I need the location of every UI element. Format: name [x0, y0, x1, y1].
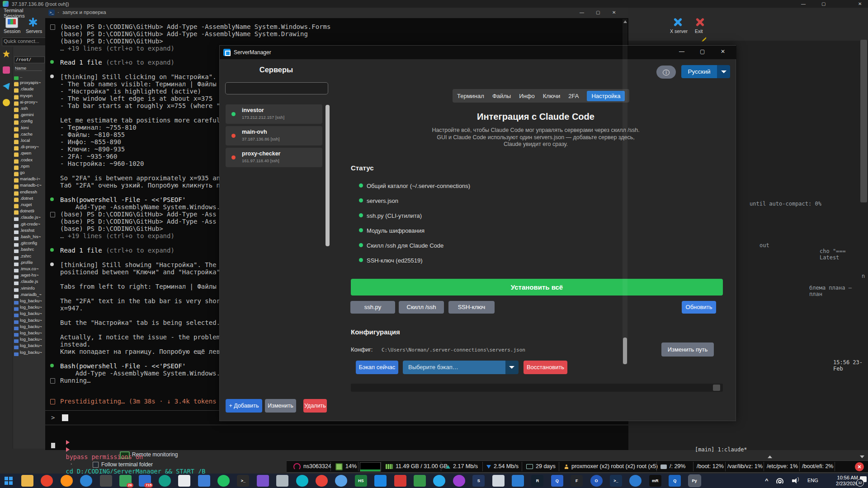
refresh-button[interactable]: Обновить	[682, 301, 716, 314]
taskbar-app-icon[interactable]	[316, 475, 328, 487]
taskbar-app-icon[interactable]: Q	[551, 475, 563, 487]
tree-path-input[interactable]: /root/	[14, 56, 45, 63]
moba-close-button[interactable]: ✕	[858, 1, 862, 6]
tree-item[interactable]: myvpn	[14, 93, 46, 99]
background-scrollbar[interactable]	[860, 40, 867, 202]
taskbar-app-icon[interactable]	[492, 475, 505, 487]
taskbar-app-icon[interactable]: HS	[355, 475, 367, 487]
tab-файлы[interactable]: Файлы	[492, 93, 511, 99]
terminal-close-button[interactable]: ✕	[612, 10, 616, 15]
tool-button-3[interactable]: SSH-ключ	[448, 301, 495, 314]
tree-item[interactable]: log_backu~	[14, 298, 46, 305]
tree-item[interactable]: .claude.js	[14, 279, 46, 285]
telegram-icon[interactable]	[3, 83, 10, 90]
moba-maximize-button[interactable]: ▢	[821, 1, 826, 6]
tree-item[interactable]: .mariadb_~	[14, 292, 46, 298]
taskbar-app-icon[interactable]	[80, 475, 92, 487]
tree-item[interactable]: .nuget	[14, 202, 46, 208]
terminal-maximize-button[interactable]: ▢	[596, 10, 600, 15]
taskbar-app-icon[interactable]: 26	[119, 475, 132, 487]
sm-minimize-button[interactable]: —	[679, 48, 684, 55]
info-button[interactable]: i	[656, 66, 676, 79]
taskbar-app-icon[interactable]	[276, 475, 288, 487]
tree-item[interactable]: .kimi	[14, 125, 46, 131]
change-path-button[interactable]: Изменить путь	[661, 343, 714, 357]
server-card[interactable]: investor173.212.212.157 [ssh]	[226, 104, 322, 124]
prompt-cursor[interactable]	[62, 414, 68, 421]
taskbar-app-icon[interactable]: Py	[689, 475, 701, 487]
x-server-icon[interactable]	[672, 17, 683, 27]
menu-terminal[interactable]: Terminal	[4, 8, 23, 13]
language-select-chevron[interactable]	[717, 65, 730, 78]
sm-close-button[interactable]: ✕	[721, 48, 725, 55]
tree-item[interactable]: log_backu~	[14, 337, 46, 343]
tree-item[interactable]: .viminfo	[14, 286, 46, 292]
terminal-scrollbar[interactable]	[623, 19, 627, 364]
x-server-label[interactable]: X server	[670, 28, 688, 34]
tree-item[interactable]: .tmux.co~	[14, 266, 46, 272]
server-list-scrollbar[interactable]	[326, 105, 330, 246]
taskbar-app-icon[interactable]: F	[571, 475, 583, 487]
backup-select-chevron[interactable]	[505, 361, 519, 374]
taskbar-app-icon[interactable]	[61, 475, 73, 487]
taskbar-app-icon[interactable]	[453, 475, 465, 487]
start-button[interactable]	[5, 477, 13, 485]
tree-name-header[interactable]: Name	[15, 66, 42, 71]
taskbar-app-icon[interactable]	[374, 475, 387, 487]
tree-item[interactable]: ..	[14, 74, 46, 80]
tree-item[interactable]: .claude.js~	[14, 215, 46, 221]
taskbar-app-icon[interactable]	[296, 475, 308, 487]
tree-item[interactable]: .cache	[14, 131, 46, 138]
tree-item[interactable]: .git-crede~	[14, 221, 46, 228]
tree-item[interactable]: .di-proxy~	[14, 144, 46, 150]
taskbar-app-icon[interactable]: Q	[669, 475, 681, 487]
tree-item[interactable]: log_backu~	[14, 324, 46, 330]
install-all-button[interactable]: Установить всё	[351, 279, 723, 296]
server-card[interactable]: main-ovh37.187.136.86 [ssh]	[226, 126, 322, 145]
tree-item[interactable]: .claude	[14, 86, 46, 93]
terminal-minimize-button[interactable]: —	[580, 10, 584, 15]
toolbar-servers-label[interactable]: Servers	[26, 28, 42, 34]
bookmark-icon[interactable]	[3, 66, 10, 74]
wifi-icon[interactable]	[776, 478, 783, 483]
backup-now-button[interactable]: Бэкап сейчас	[356, 361, 398, 374]
horizontal-scrollbar[interactable]	[351, 384, 723, 392]
add-server-button[interactable]: + Добавить	[226, 399, 262, 413]
tree-item[interactable]: log_backu~	[14, 330, 46, 337]
taskbar-app-icon[interactable]	[41, 475, 53, 487]
tab-терминал[interactable]: Терминал	[457, 93, 484, 99]
taskbar-app-icon[interactable]	[433, 475, 445, 487]
taskbar-app-icon[interactable]	[100, 475, 112, 487]
toolbar-session-label[interactable]: Session	[4, 28, 20, 34]
restore-button[interactable]: Восстановить	[524, 361, 567, 374]
taskbar-app-icon[interactable]	[512, 475, 524, 487]
taskbar-app-icon[interactable]	[178, 475, 190, 487]
tree-item[interactable]: ai-proxy~	[14, 99, 46, 106]
tray-language[interactable]: ENG	[807, 478, 818, 483]
taskbar-app-icon[interactable]: mR	[649, 475, 661, 487]
tree-item[interactable]: log_backu~	[14, 318, 46, 324]
close-monitor-icon[interactable]: ✕	[855, 462, 864, 471]
tree-item[interactable]: .bashrc	[14, 247, 46, 253]
sm-maximize-button[interactable]: ▢	[700, 48, 705, 55]
taskbar-app-icon[interactable]	[217, 475, 230, 487]
servers-burst-icon[interactable]	[27, 17, 39, 27]
tree-item[interactable]: go	[14, 170, 46, 176]
tool-button-1[interactable]: ssh.py	[350, 301, 395, 314]
taskbar-app-icon[interactable]	[414, 475, 426, 487]
tool-button-2[interactable]: Скилл /ssh	[399, 301, 444, 314]
tree-item[interactable]: .codex	[14, 157, 46, 164]
star-icon[interactable]	[3, 50, 10, 57]
tab-инфо[interactable]: Инфо	[519, 93, 534, 99]
tree-item[interactable]: log_backu~	[14, 343, 46, 349]
server-search-input[interactable]	[225, 82, 328, 94]
sm-titlebar[interactable]: ServerManager — ▢ ✕	[220, 46, 736, 59]
server-card[interactable]: proxy-checker161.97.118.40 [ssh]	[226, 148, 322, 167]
taskbar-app-icon[interactable]	[629, 475, 642, 487]
expand-up-icon[interactable]	[768, 455, 772, 458]
taskbar-app-icon[interactable]: 715	[139, 475, 151, 487]
tree-item[interactable]: .zshrc	[14, 253, 46, 260]
session-monitor-icon[interactable]	[5, 17, 18, 28]
tree-item[interactable]: .ssh	[14, 106, 46, 112]
terminal-scrollbar-thumb[interactable]	[623, 338, 627, 364]
